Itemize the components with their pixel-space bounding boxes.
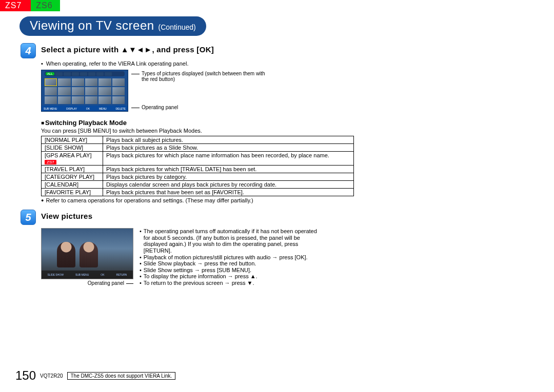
table-row: [SLIDE SHOW]Plays back pictures as a Sli… [42,144,354,152]
mode-name: [CALENDAR] [42,181,103,189]
mode-name: [NORMAL PLAY] [42,136,103,144]
dpad-arrows-icon: ▲▼◄► [121,45,152,54]
all-chip: ALL [46,72,54,75]
page-number: 150 [15,368,36,383]
person-silhouette [57,242,75,267]
list-item: Slide Show playback → press the red butt… [140,260,324,267]
thumbnail-grid [45,78,125,104]
table-row: [TRAVEL PLAY]Plays back pictures for whi… [42,166,354,173]
switching-heading: Switching Playback Mode [41,119,359,127]
table-row: [CALENDAR]Displays calendar screen and p… [42,181,354,189]
mode-desc: Plays back pictures as a Slide Show. [103,144,354,152]
table-row: [NORMAL PLAY]Plays back all subject pict… [42,136,354,144]
mode-name: [TRAVEL PLAY] [42,166,103,173]
thumbnail-selected [45,78,57,86]
mode-desc: Plays back all subject pictures. [103,136,354,144]
step-5-figure-row: SLIDE SHOWSUB MENUOKRETURN Operating pan… [41,228,359,286]
page-title: Viewing on TV screen [30,18,154,33]
step-4-title-pre: Select a picture with [41,45,121,54]
leader-line-icon [126,283,133,284]
page-title-sub: (Continued) [159,23,196,31]
list-item: Playback of motion pictures/still pictur… [140,254,324,261]
step-5-title: View pictures [41,210,92,220]
table-row: [CATEGORY PLAY]Plays back pictures by ca… [42,173,354,181]
mode-desc: Plays back pictures for which place name… [103,152,354,166]
picture-figure: SLIDE SHOWSUB MENUOKRETURN Operating pan… [41,228,133,286]
mode-name: [SLIDE SHOW] [42,144,103,152]
list-item: To return to the previous screen → press… [140,280,324,286]
mode-desc: Plays back pictures that have been set a… [103,189,354,196]
zs7-model-chip: ZS7 [45,160,56,164]
mode-desc: Plays back pictures by category. [103,173,354,181]
mode-desc: Plays back pictures for which [TRAVEL DA… [103,166,354,173]
step-4-title: Select a picture with ▲▼◄►, and press [O… [41,43,214,54]
page-title-pill: Viewing on TV screen (Continued) [19,16,206,36]
tab-zs6: ZS6 [31,0,60,11]
model-tabs: ZS7 ZS6 [0,0,554,11]
doc-code: VQT2R20 [40,373,63,379]
mode-name: [CATEGORY PLAY] [42,173,103,181]
step-4-header: 4 Select a picture with ▲▼◄►, and press … [21,43,359,58]
annotation-bottom: Operating panel [131,105,270,110]
picture-operating-panel: SLIDE SHOWSUB MENUOKRETURN [42,271,133,279]
step-5-header: 5 View pictures [21,210,359,225]
step-4-badge: 4 [21,43,36,58]
content-area: 4 Select a picture with ▲▼◄►, and press … [21,43,359,286]
page-footer: 150 VQT2R20 The DMC-ZS5 does not support… [15,368,175,383]
mode-desc: Displays calendar screen and plays back … [103,181,354,189]
annotation-group: Types of pictures displayed (switch betw… [131,70,270,110]
playback-modes-table: [NORMAL PLAY]Plays back all subject pict… [41,136,354,196]
list-item: The operating panel turns off automatica… [140,228,324,254]
leader-line-icon [131,108,140,108]
mode-name: [FAVORITE PLAY] [42,189,103,196]
annotation-top: Types of pictures displayed (switch betw… [131,71,270,82]
list-item: Slide Show settings → press [SUB MENU]. [140,267,324,274]
operating-panel-caption: Operating panel [41,280,133,286]
step-5-badge: 5 [21,210,36,225]
thumbnail-grid-figure: ALL SUB MENUDISPLAYOKMENUDELETE [41,70,359,112]
table-row: [FAVORITE PLAY]Plays back pictures that … [42,189,354,196]
thumbnail-top-bar: ALL [45,71,125,76]
step-4-bullet: When operating, refer to the VIERA Link … [41,60,359,67]
thumbnail-screen: ALL SUB MENUDISPLAYOKMENUDELETE [41,70,128,112]
switching-sub: You can press [SUB MENU] to switch betwe… [41,128,359,134]
thumbnail-operating-panel: SUB MENUDISPLAYOKMENUDELETE [42,106,128,111]
step-4-title-post: , and press [OK] [152,45,214,54]
step-5-notes: The operating panel turns off automatica… [140,228,324,286]
footer-note: The DMC-ZS5 does not support VIERA Link. [67,372,176,380]
switch-note: Refer to camera operations for operation… [41,197,354,203]
list-item: To display the picture information → pre… [140,273,324,280]
table-row: [GPS AREA PLAY]ZS7Plays back pictures fo… [42,152,354,166]
tab-zs7: ZS7 [0,0,31,11]
leader-line-icon [131,74,140,74]
person-silhouette [80,242,98,267]
picture-screen: SLIDE SHOWSUB MENUOKRETURN [41,228,133,279]
mode-name: [GPS AREA PLAY]ZS7 [42,152,103,166]
